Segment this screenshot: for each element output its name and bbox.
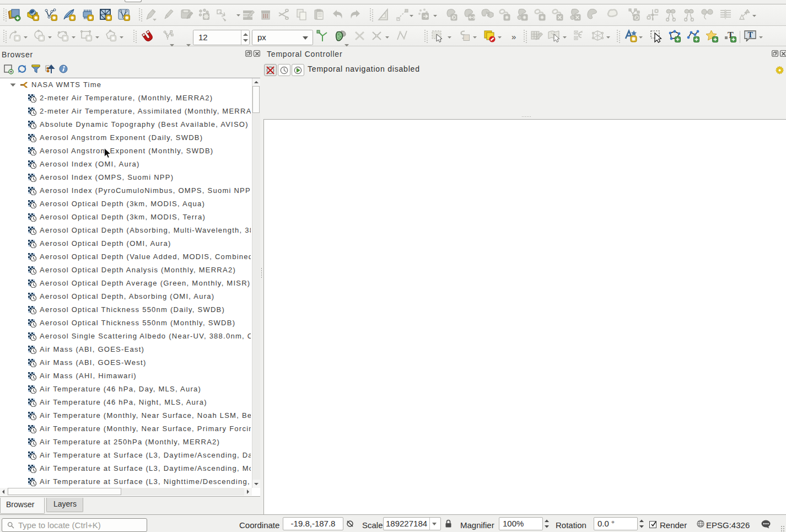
svg-text:px: px: [257, 33, 266, 42]
svg-text:T: T: [748, 31, 753, 39]
svg-text:»: »: [512, 32, 516, 41]
svg-text:12: 12: [198, 33, 208, 42]
